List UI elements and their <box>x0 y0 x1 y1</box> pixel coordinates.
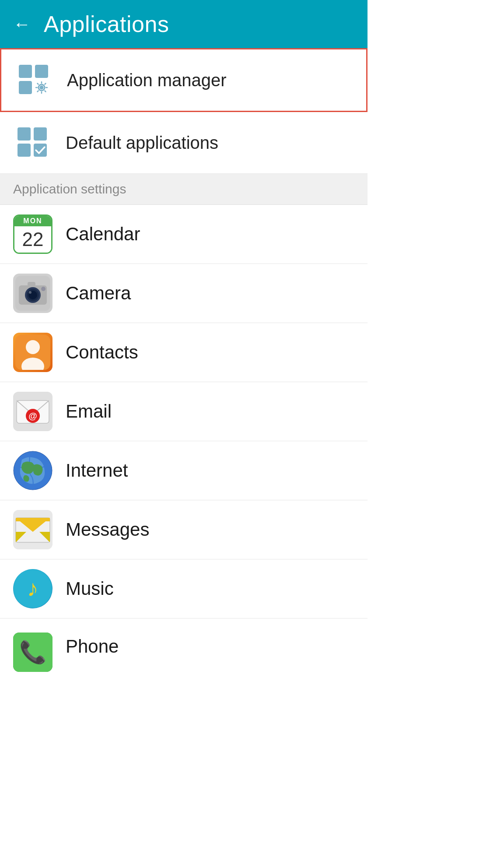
internet-icon <box>13 451 52 490</box>
phone-item[interactable]: 📞 Phone <box>0 619 368 675</box>
app-list: MON 22 Calendar <box>0 205 368 675</box>
calendar-item[interactable]: MON 22 Calendar <box>0 205 368 264</box>
email-item[interactable]: @ Email <box>0 382 368 441</box>
application-manager-item[interactable]: Application manager <box>0 48 368 112</box>
default-applications-item[interactable]: Default applications <box>0 112 368 174</box>
default-applications-icon <box>13 123 52 162</box>
svg-rect-7 <box>18 144 31 157</box>
svg-text:📞: 📞 <box>19 639 47 665</box>
phone-icon: 📞 <box>13 633 52 672</box>
back-icon[interactable]: ← <box>13 14 31 34</box>
default-applications-label: Default applications <box>66 133 218 153</box>
application-manager-icon <box>14 60 54 100</box>
svg-rect-5 <box>18 127 31 141</box>
camera-item[interactable]: Camera <box>0 264 368 323</box>
page-header: ← Applications <box>0 0 368 48</box>
application-manager-label: Application manager <box>67 70 227 90</box>
svg-text:@: @ <box>28 411 37 421</box>
contacts-label: Contacts <box>66 342 138 363</box>
internet-label: Internet <box>66 460 128 481</box>
email-label: Email <box>66 401 112 422</box>
music-label: Music <box>66 578 114 599</box>
svg-rect-0 <box>19 65 32 78</box>
svg-rect-1 <box>35 65 48 78</box>
calendar-label: Calendar <box>66 224 140 245</box>
contacts-item[interactable]: Contacts <box>0 323 368 382</box>
music-icon: ♪ <box>13 569 52 608</box>
messages-icon <box>13 510 52 549</box>
phone-label: Phone <box>66 636 119 657</box>
email-icon: @ <box>13 392 52 431</box>
messages-label: Messages <box>66 519 149 540</box>
svg-rect-15 <box>28 282 35 286</box>
svg-rect-30 <box>16 518 50 521</box>
camera-label: Camera <box>66 283 131 304</box>
internet-item[interactable]: Internet <box>0 441 368 500</box>
app-settings-section-header: Application settings <box>0 174 368 205</box>
section-header-text: Application settings <box>13 182 126 196</box>
music-item[interactable]: ♪ Music <box>0 559 368 619</box>
svg-point-14 <box>29 291 32 294</box>
svg-rect-6 <box>34 127 47 141</box>
calendar-icon: MON 22 <box>13 214 52 254</box>
svg-text:♪: ♪ <box>27 576 38 601</box>
contacts-icon <box>13 333 52 372</box>
svg-point-18 <box>26 340 40 354</box>
svg-rect-2 <box>19 81 32 94</box>
svg-point-16 <box>41 287 46 291</box>
page-title: Applications <box>44 11 169 37</box>
messages-item[interactable]: Messages <box>0 500 368 559</box>
svg-point-4 <box>40 86 44 90</box>
camera-icon <box>13 274 52 313</box>
